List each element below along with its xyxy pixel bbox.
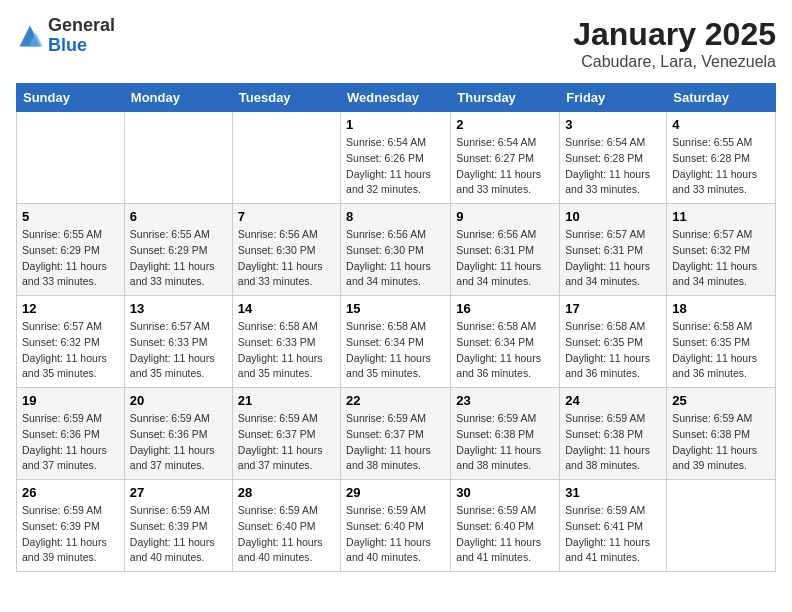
day-number: 18 bbox=[672, 301, 770, 316]
day-info: Sunrise: 6:58 AMSunset: 6:34 PMDaylight:… bbox=[456, 319, 554, 382]
calendar-cell: 9Sunrise: 6:56 AMSunset: 6:31 PMDaylight… bbox=[451, 204, 560, 296]
day-number: 23 bbox=[456, 393, 554, 408]
day-number: 6 bbox=[130, 209, 227, 224]
calendar-cell: 7Sunrise: 6:56 AMSunset: 6:30 PMDaylight… bbox=[232, 204, 340, 296]
day-info: Sunrise: 6:58 AMSunset: 6:35 PMDaylight:… bbox=[672, 319, 770, 382]
logo-icon bbox=[16, 22, 44, 50]
calendar-cell: 17Sunrise: 6:58 AMSunset: 6:35 PMDayligh… bbox=[560, 296, 667, 388]
day-info: Sunrise: 6:58 AMSunset: 6:35 PMDaylight:… bbox=[565, 319, 661, 382]
day-info: Sunrise: 6:59 AMSunset: 6:36 PMDaylight:… bbox=[130, 411, 227, 474]
day-number: 22 bbox=[346, 393, 445, 408]
calendar-cell: 24Sunrise: 6:59 AMSunset: 6:38 PMDayligh… bbox=[560, 388, 667, 480]
calendar-cell bbox=[232, 112, 340, 204]
day-number: 25 bbox=[672, 393, 770, 408]
day-number: 21 bbox=[238, 393, 335, 408]
calendar-cell: 4Sunrise: 6:55 AMSunset: 6:28 PMDaylight… bbox=[667, 112, 776, 204]
logo-blue: Blue bbox=[48, 36, 115, 56]
day-info: Sunrise: 6:54 AMSunset: 6:28 PMDaylight:… bbox=[565, 135, 661, 198]
day-info: Sunrise: 6:59 AMSunset: 6:39 PMDaylight:… bbox=[22, 503, 119, 566]
calendar-cell: 18Sunrise: 6:58 AMSunset: 6:35 PMDayligh… bbox=[667, 296, 776, 388]
calendar-cell: 12Sunrise: 6:57 AMSunset: 6:32 PMDayligh… bbox=[17, 296, 125, 388]
calendar-cell: 22Sunrise: 6:59 AMSunset: 6:37 PMDayligh… bbox=[341, 388, 451, 480]
calendar-cell: 21Sunrise: 6:59 AMSunset: 6:37 PMDayligh… bbox=[232, 388, 340, 480]
col-saturday: Saturday bbox=[667, 84, 776, 112]
calendar-cell: 10Sunrise: 6:57 AMSunset: 6:31 PMDayligh… bbox=[560, 204, 667, 296]
calendar-cell: 8Sunrise: 6:56 AMSunset: 6:30 PMDaylight… bbox=[341, 204, 451, 296]
day-info: Sunrise: 6:59 AMSunset: 6:40 PMDaylight:… bbox=[346, 503, 445, 566]
day-info: Sunrise: 6:59 AMSunset: 6:37 PMDaylight:… bbox=[346, 411, 445, 474]
day-info: Sunrise: 6:54 AMSunset: 6:27 PMDaylight:… bbox=[456, 135, 554, 198]
day-info: Sunrise: 6:59 AMSunset: 6:40 PMDaylight:… bbox=[456, 503, 554, 566]
day-info: Sunrise: 6:58 AMSunset: 6:33 PMDaylight:… bbox=[238, 319, 335, 382]
day-number: 14 bbox=[238, 301, 335, 316]
col-tuesday: Tuesday bbox=[232, 84, 340, 112]
calendar-cell: 26Sunrise: 6:59 AMSunset: 6:39 PMDayligh… bbox=[17, 480, 125, 572]
calendar-table: Sunday Monday Tuesday Wednesday Thursday… bbox=[16, 83, 776, 572]
calendar-cell: 14Sunrise: 6:58 AMSunset: 6:33 PMDayligh… bbox=[232, 296, 340, 388]
col-sunday: Sunday bbox=[17, 84, 125, 112]
day-number: 7 bbox=[238, 209, 335, 224]
calendar-cell: 25Sunrise: 6:59 AMSunset: 6:38 PMDayligh… bbox=[667, 388, 776, 480]
day-number: 24 bbox=[565, 393, 661, 408]
day-number: 4 bbox=[672, 117, 770, 132]
col-wednesday: Wednesday bbox=[341, 84, 451, 112]
calendar-cell: 29Sunrise: 6:59 AMSunset: 6:40 PMDayligh… bbox=[341, 480, 451, 572]
day-info: Sunrise: 6:57 AMSunset: 6:32 PMDaylight:… bbox=[22, 319, 119, 382]
calendar-cell: 5Sunrise: 6:55 AMSunset: 6:29 PMDaylight… bbox=[17, 204, 125, 296]
day-number: 3 bbox=[565, 117, 661, 132]
day-info: Sunrise: 6:59 AMSunset: 6:38 PMDaylight:… bbox=[565, 411, 661, 474]
col-friday: Friday bbox=[560, 84, 667, 112]
day-number: 27 bbox=[130, 485, 227, 500]
day-number: 31 bbox=[565, 485, 661, 500]
calendar-cell: 19Sunrise: 6:59 AMSunset: 6:36 PMDayligh… bbox=[17, 388, 125, 480]
col-thursday: Thursday bbox=[451, 84, 560, 112]
day-number: 17 bbox=[565, 301, 661, 316]
day-info: Sunrise: 6:59 AMSunset: 6:38 PMDaylight:… bbox=[456, 411, 554, 474]
day-info: Sunrise: 6:59 AMSunset: 6:36 PMDaylight:… bbox=[22, 411, 119, 474]
calendar-week-5: 26Sunrise: 6:59 AMSunset: 6:39 PMDayligh… bbox=[17, 480, 776, 572]
day-number: 28 bbox=[238, 485, 335, 500]
day-info: Sunrise: 6:56 AMSunset: 6:30 PMDaylight:… bbox=[238, 227, 335, 290]
calendar-header: Sunday Monday Tuesday Wednesday Thursday… bbox=[17, 84, 776, 112]
logo-text: General Blue bbox=[48, 16, 115, 56]
calendar-cell: 11Sunrise: 6:57 AMSunset: 6:32 PMDayligh… bbox=[667, 204, 776, 296]
day-number: 9 bbox=[456, 209, 554, 224]
day-number: 1 bbox=[346, 117, 445, 132]
day-info: Sunrise: 6:54 AMSunset: 6:26 PMDaylight:… bbox=[346, 135, 445, 198]
day-number: 15 bbox=[346, 301, 445, 316]
day-info: Sunrise: 6:59 AMSunset: 6:41 PMDaylight:… bbox=[565, 503, 661, 566]
day-number: 16 bbox=[456, 301, 554, 316]
location-subtitle: Cabudare, Lara, Venezuela bbox=[573, 53, 776, 71]
day-number: 29 bbox=[346, 485, 445, 500]
calendar-cell: 27Sunrise: 6:59 AMSunset: 6:39 PMDayligh… bbox=[124, 480, 232, 572]
day-info: Sunrise: 6:55 AMSunset: 6:28 PMDaylight:… bbox=[672, 135, 770, 198]
day-info: Sunrise: 6:57 AMSunset: 6:31 PMDaylight:… bbox=[565, 227, 661, 290]
calendar-cell: 16Sunrise: 6:58 AMSunset: 6:34 PMDayligh… bbox=[451, 296, 560, 388]
logo-general: General bbox=[48, 16, 115, 36]
calendar-cell: 28Sunrise: 6:59 AMSunset: 6:40 PMDayligh… bbox=[232, 480, 340, 572]
calendar-cell bbox=[17, 112, 125, 204]
header-row: Sunday Monday Tuesday Wednesday Thursday… bbox=[17, 84, 776, 112]
day-info: Sunrise: 6:57 AMSunset: 6:32 PMDaylight:… bbox=[672, 227, 770, 290]
calendar-body: 1Sunrise: 6:54 AMSunset: 6:26 PMDaylight… bbox=[17, 112, 776, 572]
day-number: 2 bbox=[456, 117, 554, 132]
calendar-cell: 3Sunrise: 6:54 AMSunset: 6:28 PMDaylight… bbox=[560, 112, 667, 204]
day-info: Sunrise: 6:56 AMSunset: 6:30 PMDaylight:… bbox=[346, 227, 445, 290]
calendar-cell: 13Sunrise: 6:57 AMSunset: 6:33 PMDayligh… bbox=[124, 296, 232, 388]
day-info: Sunrise: 6:58 AMSunset: 6:34 PMDaylight:… bbox=[346, 319, 445, 382]
title-block: January 2025 Cabudare, Lara, Venezuela bbox=[573, 16, 776, 71]
calendar-cell: 2Sunrise: 6:54 AMSunset: 6:27 PMDaylight… bbox=[451, 112, 560, 204]
day-info: Sunrise: 6:56 AMSunset: 6:31 PMDaylight:… bbox=[456, 227, 554, 290]
calendar-cell: 6Sunrise: 6:55 AMSunset: 6:29 PMDaylight… bbox=[124, 204, 232, 296]
calendar-cell: 23Sunrise: 6:59 AMSunset: 6:38 PMDayligh… bbox=[451, 388, 560, 480]
calendar-cell: 31Sunrise: 6:59 AMSunset: 6:41 PMDayligh… bbox=[560, 480, 667, 572]
day-number: 10 bbox=[565, 209, 661, 224]
calendar-cell: 1Sunrise: 6:54 AMSunset: 6:26 PMDaylight… bbox=[341, 112, 451, 204]
day-number: 8 bbox=[346, 209, 445, 224]
col-monday: Monday bbox=[124, 84, 232, 112]
calendar-cell: 30Sunrise: 6:59 AMSunset: 6:40 PMDayligh… bbox=[451, 480, 560, 572]
logo: General Blue bbox=[16, 16, 115, 56]
day-number: 11 bbox=[672, 209, 770, 224]
day-info: Sunrise: 6:59 AMSunset: 6:39 PMDaylight:… bbox=[130, 503, 227, 566]
day-info: Sunrise: 6:59 AMSunset: 6:37 PMDaylight:… bbox=[238, 411, 335, 474]
